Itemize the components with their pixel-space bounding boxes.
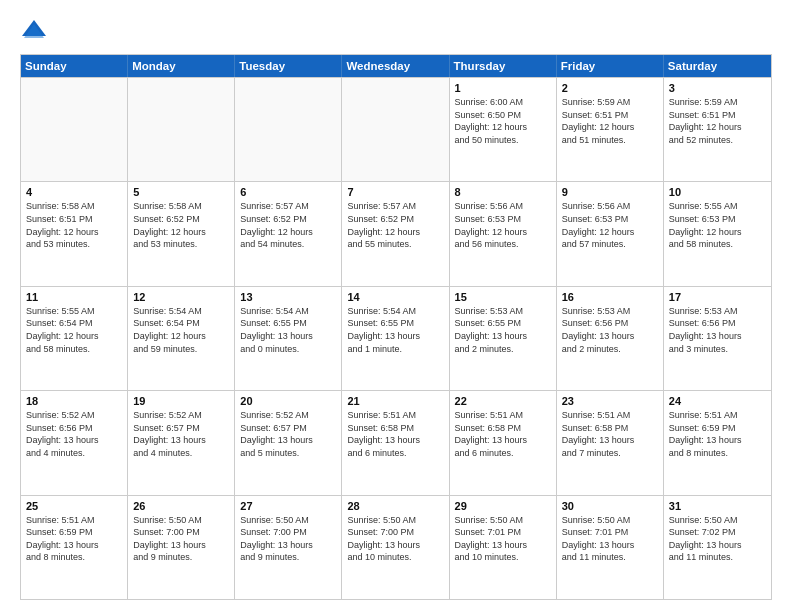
calendar-cell-r0-c1 bbox=[128, 78, 235, 181]
calendar-row-4: 18Sunrise: 5:52 AM Sunset: 6:56 PM Dayli… bbox=[21, 390, 771, 494]
day-number: 4 bbox=[26, 186, 122, 198]
day-info: Sunrise: 5:51 AM Sunset: 6:58 PM Dayligh… bbox=[455, 409, 551, 459]
calendar-cell-r2-c3: 14Sunrise: 5:54 AM Sunset: 6:55 PM Dayli… bbox=[342, 287, 449, 390]
day-number: 20 bbox=[240, 395, 336, 407]
calendar-cell-r3-c0: 18Sunrise: 5:52 AM Sunset: 6:56 PM Dayli… bbox=[21, 391, 128, 494]
calendar-row-2: 4Sunrise: 5:58 AM Sunset: 6:51 PM Daylig… bbox=[21, 181, 771, 285]
calendar-cell-r0-c2 bbox=[235, 78, 342, 181]
day-number: 3 bbox=[669, 82, 766, 94]
header-day-thursday: Thursday bbox=[450, 55, 557, 77]
calendar-cell-r4-c2: 27Sunrise: 5:50 AM Sunset: 7:00 PM Dayli… bbox=[235, 496, 342, 599]
calendar-cell-r4-c6: 31Sunrise: 5:50 AM Sunset: 7:02 PM Dayli… bbox=[664, 496, 771, 599]
day-info: Sunrise: 5:57 AM Sunset: 6:52 PM Dayligh… bbox=[240, 200, 336, 250]
day-info: Sunrise: 5:58 AM Sunset: 6:51 PM Dayligh… bbox=[26, 200, 122, 250]
calendar: SundayMondayTuesdayWednesdayThursdayFrid… bbox=[20, 54, 772, 600]
logo bbox=[20, 16, 52, 44]
calendar-cell-r0-c6: 3Sunrise: 5:59 AM Sunset: 6:51 PM Daylig… bbox=[664, 78, 771, 181]
calendar-cell-r1-c1: 5Sunrise: 5:58 AM Sunset: 6:52 PM Daylig… bbox=[128, 182, 235, 285]
day-info: Sunrise: 5:55 AM Sunset: 6:54 PM Dayligh… bbox=[26, 305, 122, 355]
calendar-row-5: 25Sunrise: 5:51 AM Sunset: 6:59 PM Dayli… bbox=[21, 495, 771, 599]
calendar-cell-r2-c6: 17Sunrise: 5:53 AM Sunset: 6:56 PM Dayli… bbox=[664, 287, 771, 390]
calendar-cell-r4-c1: 26Sunrise: 5:50 AM Sunset: 7:00 PM Dayli… bbox=[128, 496, 235, 599]
day-number: 9 bbox=[562, 186, 658, 198]
day-number: 14 bbox=[347, 291, 443, 303]
day-number: 2 bbox=[562, 82, 658, 94]
calendar-cell-r3-c2: 20Sunrise: 5:52 AM Sunset: 6:57 PM Dayli… bbox=[235, 391, 342, 494]
day-info: Sunrise: 5:51 AM Sunset: 6:59 PM Dayligh… bbox=[669, 409, 766, 459]
day-info: Sunrise: 5:52 AM Sunset: 6:57 PM Dayligh… bbox=[133, 409, 229, 459]
day-number: 23 bbox=[562, 395, 658, 407]
day-info: Sunrise: 5:57 AM Sunset: 6:52 PM Dayligh… bbox=[347, 200, 443, 250]
day-number: 19 bbox=[133, 395, 229, 407]
day-info: Sunrise: 5:50 AM Sunset: 7:01 PM Dayligh… bbox=[562, 514, 658, 564]
day-info: Sunrise: 5:53 AM Sunset: 6:56 PM Dayligh… bbox=[669, 305, 766, 355]
day-info: Sunrise: 5:56 AM Sunset: 6:53 PM Dayligh… bbox=[562, 200, 658, 250]
day-info: Sunrise: 5:54 AM Sunset: 6:55 PM Dayligh… bbox=[347, 305, 443, 355]
day-info: Sunrise: 5:50 AM Sunset: 7:01 PM Dayligh… bbox=[455, 514, 551, 564]
day-number: 15 bbox=[455, 291, 551, 303]
day-info: Sunrise: 5:53 AM Sunset: 6:56 PM Dayligh… bbox=[562, 305, 658, 355]
calendar-cell-r0-c0 bbox=[21, 78, 128, 181]
calendar-cell-r1-c6: 10Sunrise: 5:55 AM Sunset: 6:53 PM Dayli… bbox=[664, 182, 771, 285]
calendar-header: SundayMondayTuesdayWednesdayThursdayFrid… bbox=[21, 55, 771, 77]
day-info: Sunrise: 5:51 AM Sunset: 6:58 PM Dayligh… bbox=[562, 409, 658, 459]
calendar-cell-r3-c5: 23Sunrise: 5:51 AM Sunset: 6:58 PM Dayli… bbox=[557, 391, 664, 494]
day-info: Sunrise: 5:53 AM Sunset: 6:55 PM Dayligh… bbox=[455, 305, 551, 355]
day-info: Sunrise: 5:51 AM Sunset: 6:59 PM Dayligh… bbox=[26, 514, 122, 564]
calendar-row-3: 11Sunrise: 5:55 AM Sunset: 6:54 PM Dayli… bbox=[21, 286, 771, 390]
calendar-cell-r2-c0: 11Sunrise: 5:55 AM Sunset: 6:54 PM Dayli… bbox=[21, 287, 128, 390]
day-info: Sunrise: 5:58 AM Sunset: 6:52 PM Dayligh… bbox=[133, 200, 229, 250]
header-day-wednesday: Wednesday bbox=[342, 55, 449, 77]
day-number: 26 bbox=[133, 500, 229, 512]
calendar-cell-r3-c1: 19Sunrise: 5:52 AM Sunset: 6:57 PM Dayli… bbox=[128, 391, 235, 494]
day-info: Sunrise: 5:52 AM Sunset: 6:56 PM Dayligh… bbox=[26, 409, 122, 459]
day-info: Sunrise: 5:59 AM Sunset: 6:51 PM Dayligh… bbox=[669, 96, 766, 146]
day-number: 11 bbox=[26, 291, 122, 303]
calendar-cell-r2-c4: 15Sunrise: 5:53 AM Sunset: 6:55 PM Dayli… bbox=[450, 287, 557, 390]
day-number: 29 bbox=[455, 500, 551, 512]
day-info: Sunrise: 5:55 AM Sunset: 6:53 PM Dayligh… bbox=[669, 200, 766, 250]
calendar-cell-r1-c0: 4Sunrise: 5:58 AM Sunset: 6:51 PM Daylig… bbox=[21, 182, 128, 285]
calendar-cell-r4-c4: 29Sunrise: 5:50 AM Sunset: 7:01 PM Dayli… bbox=[450, 496, 557, 599]
calendar-cell-r3-c4: 22Sunrise: 5:51 AM Sunset: 6:58 PM Dayli… bbox=[450, 391, 557, 494]
day-number: 1 bbox=[455, 82, 551, 94]
day-info: Sunrise: 6:00 AM Sunset: 6:50 PM Dayligh… bbox=[455, 96, 551, 146]
day-info: Sunrise: 5:51 AM Sunset: 6:58 PM Dayligh… bbox=[347, 409, 443, 459]
day-number: 16 bbox=[562, 291, 658, 303]
header-day-tuesday: Tuesday bbox=[235, 55, 342, 77]
day-info: Sunrise: 5:50 AM Sunset: 7:00 PM Dayligh… bbox=[133, 514, 229, 564]
calendar-cell-r1-c4: 8Sunrise: 5:56 AM Sunset: 6:53 PM Daylig… bbox=[450, 182, 557, 285]
calendar-cell-r4-c5: 30Sunrise: 5:50 AM Sunset: 7:01 PM Dayli… bbox=[557, 496, 664, 599]
calendar-cell-r4-c3: 28Sunrise: 5:50 AM Sunset: 7:00 PM Dayli… bbox=[342, 496, 449, 599]
calendar-cell-r3-c3: 21Sunrise: 5:51 AM Sunset: 6:58 PM Dayli… bbox=[342, 391, 449, 494]
calendar-cell-r1-c5: 9Sunrise: 5:56 AM Sunset: 6:53 PM Daylig… bbox=[557, 182, 664, 285]
day-number: 8 bbox=[455, 186, 551, 198]
header-day-friday: Friday bbox=[557, 55, 664, 77]
day-info: Sunrise: 5:52 AM Sunset: 6:57 PM Dayligh… bbox=[240, 409, 336, 459]
day-info: Sunrise: 5:50 AM Sunset: 7:02 PM Dayligh… bbox=[669, 514, 766, 564]
day-number: 30 bbox=[562, 500, 658, 512]
calendar-row-1: 1Sunrise: 6:00 AM Sunset: 6:50 PM Daylig… bbox=[21, 77, 771, 181]
day-number: 18 bbox=[26, 395, 122, 407]
day-info: Sunrise: 5:50 AM Sunset: 7:00 PM Dayligh… bbox=[240, 514, 336, 564]
day-info: Sunrise: 5:59 AM Sunset: 6:51 PM Dayligh… bbox=[562, 96, 658, 146]
calendar-cell-r4-c0: 25Sunrise: 5:51 AM Sunset: 6:59 PM Dayli… bbox=[21, 496, 128, 599]
day-info: Sunrise: 5:54 AM Sunset: 6:55 PM Dayligh… bbox=[240, 305, 336, 355]
day-number: 7 bbox=[347, 186, 443, 198]
day-number: 31 bbox=[669, 500, 766, 512]
calendar-cell-r0-c5: 2Sunrise: 5:59 AM Sunset: 6:51 PM Daylig… bbox=[557, 78, 664, 181]
calendar-cell-r0-c3 bbox=[342, 78, 449, 181]
day-number: 6 bbox=[240, 186, 336, 198]
day-info: Sunrise: 5:56 AM Sunset: 6:53 PM Dayligh… bbox=[455, 200, 551, 250]
logo-icon bbox=[20, 16, 48, 44]
header-day-sunday: Sunday bbox=[21, 55, 128, 77]
day-number: 10 bbox=[669, 186, 766, 198]
day-number: 28 bbox=[347, 500, 443, 512]
day-number: 22 bbox=[455, 395, 551, 407]
calendar-cell-r2-c2: 13Sunrise: 5:54 AM Sunset: 6:55 PM Dayli… bbox=[235, 287, 342, 390]
day-number: 5 bbox=[133, 186, 229, 198]
calendar-cell-r3-c6: 24Sunrise: 5:51 AM Sunset: 6:59 PM Dayli… bbox=[664, 391, 771, 494]
day-number: 25 bbox=[26, 500, 122, 512]
calendar-cell-r1-c2: 6Sunrise: 5:57 AM Sunset: 6:52 PM Daylig… bbox=[235, 182, 342, 285]
day-number: 27 bbox=[240, 500, 336, 512]
